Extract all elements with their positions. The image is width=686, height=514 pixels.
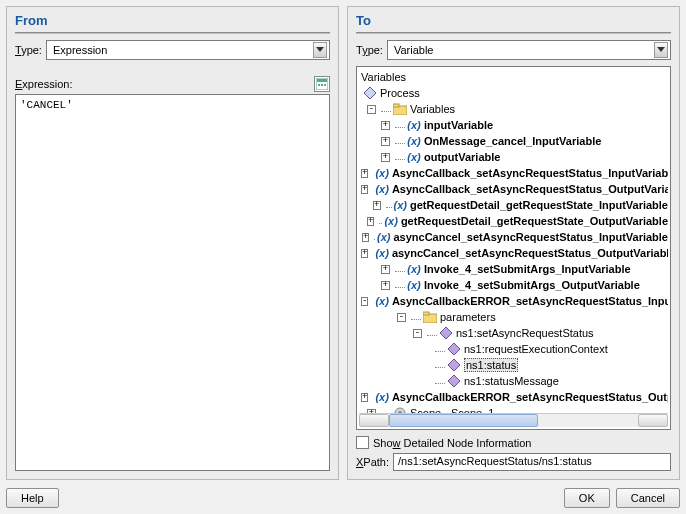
svg-marker-13 bbox=[448, 343, 460, 355]
variable-icon: x bbox=[407, 150, 421, 164]
expand-toggle[interactable]: + bbox=[361, 169, 368, 178]
expand-toggle[interactable]: + bbox=[381, 121, 390, 130]
to-type-value: Variable bbox=[394, 44, 434, 56]
variable-icon: x bbox=[375, 294, 388, 308]
expression-label: Expression: bbox=[15, 78, 72, 90]
tree-node-variable-expanded[interactable]: -xAsyncCallbackERROR_setAsyncRequestStat… bbox=[359, 293, 668, 309]
tree-node-parameters[interactable]: -parameters bbox=[359, 309, 668, 325]
from-type-value: Expression bbox=[53, 44, 107, 56]
variable-icon: x bbox=[407, 118, 421, 132]
svg-marker-0 bbox=[316, 47, 324, 52]
element-icon bbox=[447, 374, 461, 388]
svg-rect-4 bbox=[321, 84, 323, 86]
expression-input[interactable]: 'CANCEL' bbox=[15, 94, 330, 471]
variable-icon: x bbox=[407, 278, 421, 292]
variables-tree[interactable]: VariablesProcess-Variables+xinputVariabl… bbox=[356, 66, 671, 430]
help-button[interactable]: Help bbox=[6, 488, 59, 508]
expand-toggle[interactable]: - bbox=[397, 313, 406, 322]
variable-icon: x bbox=[375, 246, 388, 260]
expand-toggle[interactable]: + bbox=[373, 201, 380, 210]
tree-node-variables[interactable]: -Variables bbox=[359, 101, 668, 117]
to-title: To bbox=[356, 11, 671, 32]
ok-button[interactable]: OK bbox=[564, 488, 610, 508]
expand-toggle[interactable]: + bbox=[362, 233, 369, 242]
folder-icon bbox=[423, 310, 437, 324]
tree-node-variable[interactable]: +xasyncCancel_setAsyncRequestStatus_Outp… bbox=[359, 245, 668, 261]
scope-icon bbox=[393, 406, 407, 413]
expand-toggle[interactable]: + bbox=[381, 153, 390, 162]
variable-icon: x bbox=[407, 134, 421, 148]
dropdown-arrow-icon bbox=[313, 42, 327, 58]
element-icon bbox=[447, 342, 461, 356]
horizontal-scrollbar[interactable] bbox=[359, 413, 668, 427]
tree-node-variable[interactable]: +xOnMessage_cancel_InputVariable bbox=[359, 133, 668, 149]
tree-node-variable[interactable]: +xinputVariable bbox=[359, 117, 668, 133]
from-title: From bbox=[15, 11, 330, 32]
expand-toggle[interactable]: + bbox=[381, 281, 390, 290]
expand-toggle[interactable]: - bbox=[413, 329, 422, 338]
element-icon bbox=[439, 326, 453, 340]
scroll-left-icon[interactable] bbox=[359, 414, 389, 427]
svg-marker-6 bbox=[657, 47, 665, 52]
svg-rect-11 bbox=[423, 312, 429, 315]
variable-icon: x bbox=[384, 214, 397, 228]
scroll-right-icon[interactable] bbox=[638, 414, 668, 427]
expand-toggle[interactable]: - bbox=[361, 297, 368, 306]
svg-marker-12 bbox=[440, 327, 452, 339]
tree-node-element[interactable]: ns1:requestExecutionContext bbox=[359, 341, 668, 357]
variable-icon: x bbox=[375, 166, 388, 180]
expand-toggle[interactable]: + bbox=[381, 137, 390, 146]
variable-icon: x bbox=[375, 390, 388, 404]
xpath-label: XPath: bbox=[356, 456, 389, 468]
tree-node-element[interactable]: ns1:statusMessage bbox=[359, 373, 668, 389]
tree-node-process[interactable]: Process bbox=[359, 85, 668, 101]
tree-node-variable[interactable]: +xgetRequestDetail_getRequestState_Outpu… bbox=[359, 213, 668, 229]
tree-node-variable[interactable]: +xAsyncCallback_setAsyncRequestStatus_In… bbox=[359, 165, 668, 181]
expand-toggle[interactable]: + bbox=[361, 249, 368, 258]
from-type-select[interactable]: Expression bbox=[46, 40, 330, 60]
from-type-label: Type: bbox=[15, 44, 42, 56]
to-type-label: Type: bbox=[356, 44, 383, 56]
expand-toggle[interactable]: + bbox=[361, 393, 368, 402]
tree-node-variable[interactable]: +xInvoke_4_setSubmitArgs_OutputVariable bbox=[359, 277, 668, 293]
tree-root: Variables bbox=[359, 69, 668, 85]
to-panel: To Type: Variable VariablesProcess-Varia… bbox=[347, 6, 680, 480]
tree-node-variable[interactable]: +xAsyncCallback_setAsyncRequestStatus_Ou… bbox=[359, 181, 668, 197]
from-panel: From Type: Expression Expression: 'CANCE… bbox=[6, 6, 339, 480]
to-type-select[interactable]: Variable bbox=[387, 40, 671, 60]
svg-rect-2 bbox=[317, 79, 327, 82]
expression-builder-button[interactable] bbox=[314, 76, 330, 92]
svg-marker-7 bbox=[364, 87, 376, 99]
show-detailed-checkbox[interactable] bbox=[356, 436, 369, 449]
show-detailed-label: Show Detailed Node Information bbox=[373, 437, 531, 449]
variable-icon: x bbox=[377, 230, 390, 244]
variable-icon: x bbox=[375, 182, 388, 196]
divider bbox=[356, 32, 671, 34]
tree-node-variable[interactable]: +xAsyncCallbackERROR_setAsyncRequestStat… bbox=[359, 389, 668, 405]
tree-node-variable[interactable]: +xgetRequestDetail_getRequestState_Input… bbox=[359, 197, 668, 213]
svg-marker-15 bbox=[448, 375, 460, 387]
variable-icon: x bbox=[407, 262, 421, 276]
expand-toggle[interactable]: + bbox=[381, 265, 390, 274]
expand-toggle[interactable]: + bbox=[367, 217, 374, 226]
tree-node-variable[interactable]: +xoutputVariable bbox=[359, 149, 668, 165]
expand-toggle[interactable]: + bbox=[361, 185, 368, 194]
element-icon bbox=[447, 358, 461, 372]
divider bbox=[15, 32, 330, 34]
xpath-input[interactable]: /ns1:setAsyncRequestStatus/ns1:status bbox=[393, 453, 671, 471]
tree-node-variable[interactable]: +xasyncCancel_setAsyncRequestStatus_Inpu… bbox=[359, 229, 668, 245]
tree-node-variable[interactable]: +xInvoke_4_setSubmitArgs_InputVariable bbox=[359, 261, 668, 277]
cancel-button[interactable]: Cancel bbox=[616, 488, 680, 508]
dialog-footer: Help OK Cancel bbox=[6, 480, 680, 508]
tree-node-operation[interactable]: -ns1:setAsyncRequestStatus bbox=[359, 325, 668, 341]
expand-toggle[interactable]: - bbox=[367, 105, 376, 114]
element-icon bbox=[363, 86, 377, 100]
expression-text: 'CANCEL' bbox=[20, 99, 73, 111]
folder-icon bbox=[393, 102, 407, 116]
tree-node-scope[interactable]: +Scope - Scope_1 bbox=[359, 405, 668, 413]
xpath-value: /ns1:setAsyncRequestStatus/ns1:status bbox=[398, 455, 592, 467]
svg-marker-14 bbox=[448, 359, 460, 371]
variable-icon: x bbox=[394, 198, 407, 212]
tree-node-element[interactable]: ns1:status bbox=[359, 357, 668, 373]
scroll-thumb[interactable] bbox=[389, 414, 538, 427]
